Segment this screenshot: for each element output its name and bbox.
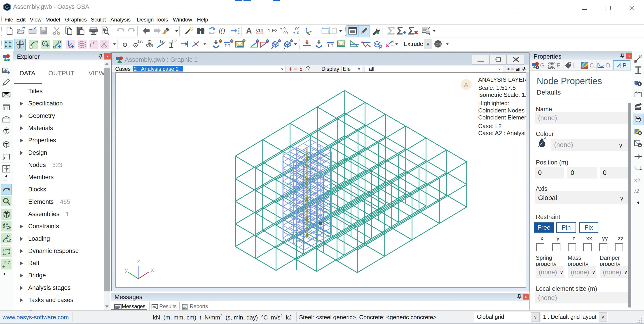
svg-text:ab: ab <box>152 305 156 309</box>
svg-text:/2: /2 <box>634 188 639 194</box>
svg-text:2.7: 2.7 <box>4 260 10 265</box>
svg-text:x: x <box>271 46 273 49</box>
svg-text:.00: .00 <box>282 31 288 35</box>
svg-text:×2: ×2 <box>634 177 640 184</box>
svg-text:OK: OK <box>436 42 442 46</box>
svg-text:z: z <box>137 258 140 264</box>
svg-text:all: all <box>516 67 520 72</box>
svg-text:.00: .00 <box>294 27 300 31</box>
svg-text:.0: .0 <box>282 27 286 31</box>
svg-text:ab: ab <box>3 69 7 72</box>
svg-text:y: y <box>284 46 286 49</box>
svg-text:P: P <box>379 46 381 49</box>
svg-text:G: G <box>5 4 9 10</box>
svg-text:1.E3: 1.E3 <box>268 28 277 34</box>
svg-text:.0: .0 <box>296 31 299 35</box>
svg-text:123: 123 <box>171 39 177 43</box>
svg-text:A: A <box>246 27 252 35</box>
svg-text:123: 123 <box>160 39 166 43</box>
svg-text:y: y <box>125 266 128 273</box>
svg-text:f(): f() <box>219 27 225 34</box>
svg-text:x: x <box>151 266 154 273</box>
svg-text:123: 123 <box>137 39 143 43</box>
svg-text:cm: cm <box>256 27 264 33</box>
